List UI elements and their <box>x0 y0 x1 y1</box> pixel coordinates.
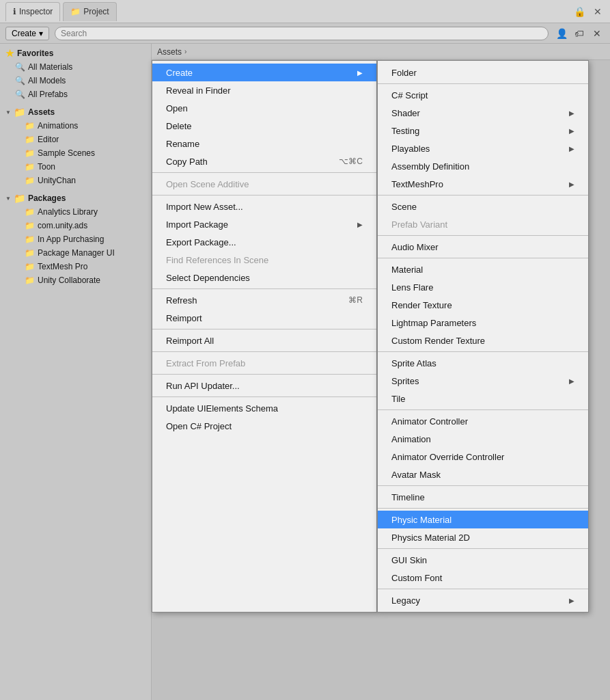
menu-item-export-package[interactable]: Export Package... <box>152 233 376 251</box>
menu-item-open-csharp[interactable]: Open C# Project <box>152 417 376 435</box>
submenu-item-sprites[interactable]: Sprites ▶ <box>378 372 588 390</box>
assets-folder-icon: 📁 <box>14 107 25 118</box>
lock-icon[interactable]: 🔒 <box>571 5 588 18</box>
submenu-item-sprite-atlas[interactable]: Sprite Atlas <box>378 354 588 372</box>
assets-breadcrumb: Assets › <box>152 44 610 60</box>
sidebar-item-unity-ads[interactable]: 📁 com.unity.ads <box>0 219 151 232</box>
menu-item-copy-path[interactable]: Copy Path ⌥⌘C <box>152 152 376 170</box>
tab-inspector[interactable]: ℹ Inspector <box>5 2 60 21</box>
sidebar-item-sample-scenes[interactable]: 📁 Sample Scenes <box>0 146 151 160</box>
menu-item-reimport[interactable]: Reimport <box>152 309 376 327</box>
submenu-prefab-variant-label: Prefab Variant <box>391 219 447 230</box>
maximize-icon[interactable]: ✕ <box>591 5 605 18</box>
create-dropdown-icon: ▾ <box>39 29 43 38</box>
submenu-item-custom-render[interactable]: Custom Render Texture <box>378 332 588 349</box>
menu-item-create[interactable]: Create ▶ <box>152 64 376 81</box>
menu-update-ui-label: Update UIElements Schema <box>166 403 278 414</box>
sidebar-item-all-models[interactable]: 🔍 All Models <box>0 74 151 88</box>
submenu-tile-label: Tile <box>391 394 405 404</box>
sidebar-item-all-prefabs[interactable]: 🔍 All Prefabs <box>0 88 151 101</box>
sidebar-assets-header[interactable]: ▼ 📁 Assets <box>0 105 151 119</box>
submenu-item-gui-skin[interactable]: GUI Skin <box>378 551 588 569</box>
sidebar-favorites-header[interactable]: ★ Favorites <box>0 46 151 60</box>
tab-project[interactable]: 📁 Project <box>63 2 116 21</box>
submenu-csharp-label: C# Script <box>391 90 428 100</box>
sidebar-packages-header[interactable]: ▼ 📁 Packages <box>0 191 151 205</box>
assets-breadcrumb-label: Assets <box>157 47 182 57</box>
submenu-item-csharp[interactable]: C# Script <box>378 86 588 104</box>
person-icon[interactable]: 👤 <box>554 26 569 41</box>
menu-item-rename[interactable]: Rename <box>152 135 376 152</box>
submenu-item-audio-mixer[interactable]: Audio Mixer <box>378 238 588 256</box>
submenu-item-legacy[interactable]: Legacy ▶ <box>378 591 588 609</box>
submenu-item-tile[interactable]: Tile <box>378 390 588 407</box>
unity-ads-folder-icon: 📁 <box>25 221 35 230</box>
submenu-item-lens-flare[interactable]: Lens Flare <box>378 278 588 296</box>
submenu-sep-2 <box>378 195 588 196</box>
sidebar-item-in-app-purchasing[interactable]: 📁 In App Purchasing <box>0 232 151 246</box>
submenu-item-material[interactable]: Material <box>378 260 588 278</box>
submenu-item-avatar-mask[interactable]: Avatar Mask <box>378 466 588 483</box>
search-input[interactable] <box>55 27 549 40</box>
submenu-item-physics-material-2d[interactable]: Physics Material 2D <box>378 528 588 546</box>
sidebar-item-toon[interactable]: 📁 Toon <box>0 160 151 174</box>
sprites-arrow: ▶ <box>569 377 574 385</box>
submenu-item-animator-ctrl[interactable]: Animator Controller <box>378 412 588 430</box>
menu-item-delete[interactable]: Delete <box>152 117 376 135</box>
submenu-item-animator-override[interactable]: Animator Override Controller <box>378 448 588 466</box>
menu-reimport-label: Reimport <box>166 313 202 323</box>
import-package-arrow: ▶ <box>357 221 363 228</box>
submenu-item-render-texture[interactable]: Render Texture <box>378 296 588 314</box>
submenu-item-custom-font[interactable]: Custom Font <box>378 569 588 587</box>
create-button[interactable]: Create ▾ <box>5 27 49 40</box>
sidebar-item-animations[interactable]: 📁 Animations <box>0 119 151 133</box>
menu-open-scene-label: Open Scene Additive <box>166 179 249 189</box>
menu-item-import-new[interactable]: Import New Asset... <box>152 198 376 215</box>
project-folder-icon: 📁 <box>70 7 81 16</box>
sidebar-item-unity-collaborate[interactable]: 📁 Unity Collaborate <box>0 273 151 287</box>
menu-reveal-label: Reveal in Finder <box>166 85 231 96</box>
menu-item-open[interactable]: Open <box>152 99 376 117</box>
menu-item-reimport-all[interactable]: Reimport All <box>152 332 376 349</box>
submenu-item-timeline[interactable]: Timeline <box>378 488 588 506</box>
submenu-item-folder[interactable]: Folder <box>378 64 588 81</box>
sidebar-item-unitychan[interactable]: 📁 UnityChan <box>0 174 151 187</box>
sidebar-item-package-manager[interactable]: 📁 Package Manager UI <box>0 246 151 260</box>
menu-item-import-package[interactable]: Import Package ▶ <box>152 215 376 233</box>
submenu-item-testing[interactable]: Testing ▶ <box>378 122 588 139</box>
submenu-animation-label: Animation <box>391 434 431 444</box>
close-icon[interactable]: ✕ <box>590 26 605 41</box>
menu-item-reveal[interactable]: Reveal in Finder <box>152 81 376 99</box>
sidebar-item-all-materials[interactable]: 🔍 All Materials <box>0 60 151 74</box>
submenu-item-textmeshpro[interactable]: TextMeshPro ▶ <box>378 175 588 193</box>
tag-icon[interactable]: 🏷 <box>572 26 587 41</box>
menu-item-refresh[interactable]: Refresh ⌘R <box>152 291 376 309</box>
title-bar: ℹ Inspector 📁 Project 🔒 ✕ <box>0 0 610 23</box>
submenu-item-physic-material[interactable]: Physic Material <box>378 511 588 528</box>
create-button-label: Create <box>12 29 36 38</box>
submenu-item-animation[interactable]: Animation <box>378 430 588 448</box>
sidebar-item-textmesh-pro[interactable]: 📁 TextMesh Pro <box>0 260 151 273</box>
context-menu: Create ▶ Reveal in Finder Open Delete Re… <box>152 60 377 612</box>
playables-arrow: ▶ <box>569 145 574 152</box>
sidebar-item-editor[interactable]: 📁 Editor <box>0 133 151 146</box>
menu-item-select-deps[interactable]: Select Dependencies <box>152 269 376 286</box>
in-app-label: In App Purchasing <box>38 234 104 244</box>
submenu-playables-label: Playables <box>391 144 430 154</box>
submenu-item-assembly[interactable]: Assembly Definition <box>378 157 588 175</box>
sidebar-item-analytics[interactable]: 📁 Analytics Library <box>0 205 151 219</box>
menu-item-update-ui[interactable]: Update UIElements Schema <box>152 399 376 417</box>
context-menu-layer: Create ▶ Reveal in Finder Open Delete Re… <box>152 60 589 612</box>
separator-1 <box>152 172 376 173</box>
submenu-avatar-mask-label: Avatar Mask <box>391 470 441 480</box>
submenu-item-prefab-variant: Prefab Variant <box>378 215 588 233</box>
menu-item-run-api[interactable]: Run API Updater... <box>152 377 376 394</box>
submenu-physic-material-label: Physic Material <box>391 515 452 525</box>
menu-rename-label: Rename <box>166 139 199 149</box>
submenu-item-shader[interactable]: Shader ▶ <box>378 104 588 122</box>
submenu-item-scene[interactable]: Scene <box>378 198 588 215</box>
pkg-mgr-folder-icon: 📁 <box>25 248 35 258</box>
submenu-timeline-label: Timeline <box>391 492 425 502</box>
submenu-item-playables[interactable]: Playables ▶ <box>378 139 588 157</box>
submenu-item-lightmap-params[interactable]: Lightmap Parameters <box>378 314 588 332</box>
